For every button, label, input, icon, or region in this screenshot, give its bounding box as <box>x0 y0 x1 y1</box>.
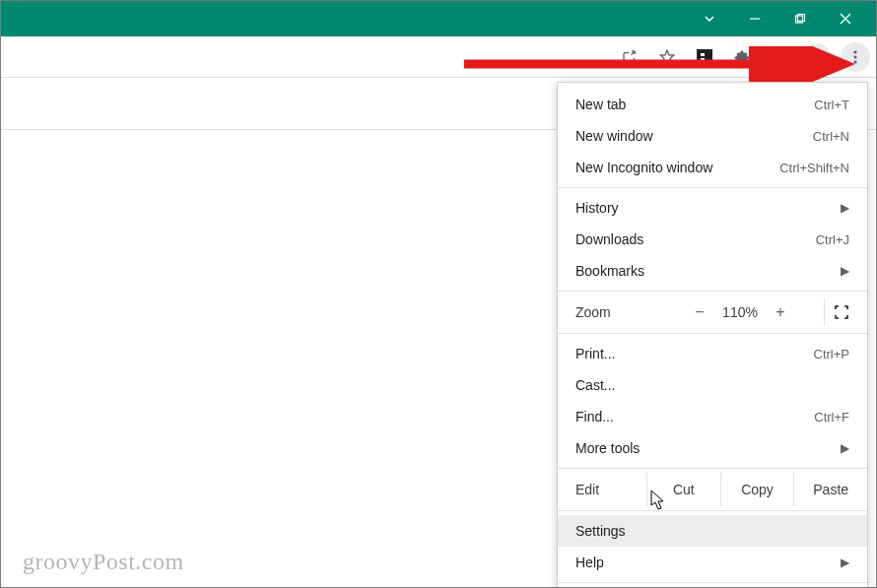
window-maximize-button[interactable] <box>777 1 823 36</box>
menu-label: New window <box>575 128 813 144</box>
menu-item-edit: Edit Cut Copy Paste <box>558 473 867 506</box>
submenu-caret-icon: ▶ <box>841 201 849 215</box>
three-dot-menu-button[interactable] <box>841 42 870 72</box>
window-close-button[interactable] <box>823 1 868 36</box>
extension-parity-icon[interactable] <box>691 43 718 71</box>
submenu-caret-icon: ▶ <box>841 555 849 569</box>
share-icon[interactable] <box>616 43 643 71</box>
browser-toolbar <box>1 36 876 78</box>
menu-label: Bookmarks <box>575 263 833 279</box>
menu-item-bookmarks[interactable]: Bookmarks ▶ <box>558 255 867 287</box>
svg-point-13 <box>853 60 856 63</box>
menu-label: New tab <box>575 97 814 112</box>
menu-item-zoom: Zoom − 110% + <box>558 295 867 329</box>
menu-shortcut: Ctrl+F <box>814 410 849 425</box>
submenu-caret-icon: ▶ <box>841 441 849 455</box>
svg-point-10 <box>814 51 819 56</box>
menu-separator <box>558 582 867 583</box>
menu-item-more-tools[interactable]: More tools ▶ <box>558 432 867 464</box>
watermark-text: groovyPost.com <box>23 549 184 575</box>
menu-item-downloads[interactable]: Downloads Ctrl+J <box>558 224 867 255</box>
menu-shortcut: Ctrl+Shift+N <box>779 161 849 175</box>
menu-label: Downloads <box>575 231 816 247</box>
svg-rect-6 <box>697 49 712 65</box>
fullscreen-button[interactable] <box>824 298 857 326</box>
menu-separator <box>558 333 867 334</box>
svg-point-11 <box>853 50 856 53</box>
menu-separator <box>558 468 867 469</box>
edit-cut-button[interactable]: Cut <box>646 473 720 506</box>
menu-label: Print... <box>575 346 814 361</box>
window-minimize-button[interactable] <box>732 1 777 36</box>
menu-label: History <box>575 200 833 216</box>
menu-separator <box>558 510 867 511</box>
zoom-value: 110% <box>716 304 764 320</box>
svg-point-12 <box>853 55 856 58</box>
menu-item-new-window[interactable]: New window Ctrl+N <box>558 120 867 152</box>
tab-dropdown-icon[interactable] <box>687 1 732 36</box>
zoom-label: Zoom <box>575 304 664 320</box>
menu-item-print[interactable]: Print... Ctrl+P <box>558 338 867 369</box>
edit-label: Edit <box>558 473 646 506</box>
menu-label: Find... <box>575 409 814 425</box>
extensions-puzzle-icon[interactable] <box>728 43 756 71</box>
menu-shortcut: Ctrl+T <box>814 98 849 112</box>
menu-item-cast[interactable]: Cast... <box>558 369 867 401</box>
window-titlebar <box>1 1 876 36</box>
edit-paste-button[interactable]: Paste <box>793 473 867 506</box>
menu-item-new-tab[interactable]: New tab Ctrl+T <box>558 89 867 120</box>
menu-item-history[interactable]: History ▶ <box>558 192 867 224</box>
svg-marker-5 <box>660 50 674 63</box>
menu-item-help[interactable]: Help ▶ <box>558 547 867 578</box>
menu-shortcut: Ctrl+N <box>813 129 849 144</box>
menu-item-new-incognito[interactable]: New Incognito window Ctrl+Shift+N <box>558 152 867 183</box>
menu-shortcut: Ctrl+J <box>816 232 849 247</box>
reading-list-icon[interactable] <box>766 43 793 71</box>
menu-label: Cast... <box>575 377 849 393</box>
bookmark-star-icon[interactable] <box>653 43 681 71</box>
zoom-out-button[interactable]: − <box>683 298 716 326</box>
zoom-in-button[interactable]: + <box>764 298 797 326</box>
menu-shortcut: Ctrl+P <box>814 347 849 361</box>
submenu-caret-icon: ▶ <box>841 264 849 278</box>
menu-separator <box>558 291 867 292</box>
menu-separator <box>558 187 867 188</box>
profile-avatar-icon[interactable] <box>803 43 831 71</box>
menu-label: New Incognito window <box>575 160 779 175</box>
menu-item-find[interactable]: Find... Ctrl+F <box>558 401 867 432</box>
menu-label: More tools <box>575 440 833 456</box>
edit-copy-button[interactable]: Copy <box>720 473 794 506</box>
browser-main-menu: New tab Ctrl+T New window Ctrl+N New Inc… <box>557 82 868 588</box>
menu-item-settings[interactable]: Settings <box>558 515 867 547</box>
menu-label: Help <box>575 555 833 570</box>
menu-label: Settings <box>575 523 849 539</box>
